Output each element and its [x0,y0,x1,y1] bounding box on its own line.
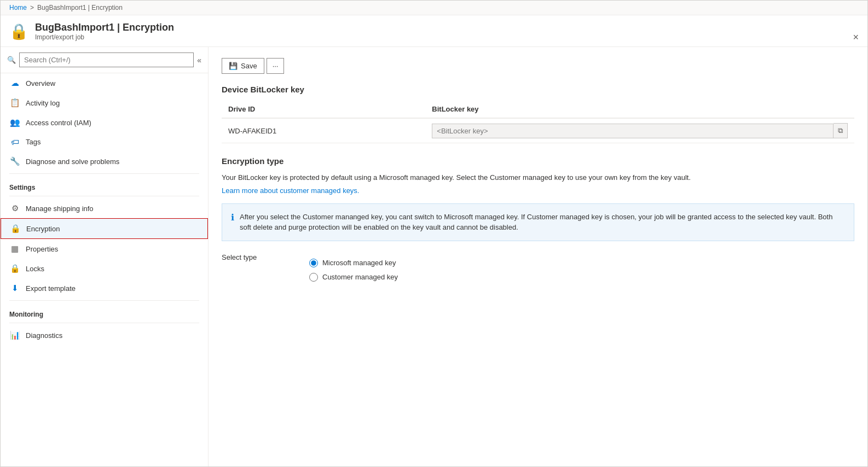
bitlocker-section-title: Device BitLocker key [222,85,854,94]
sidebar-item-label: Properties [26,245,58,253]
sidebar-item-diagnose[interactable]: 🔧 Diagnose and solve problems [1,151,208,171]
sidebar-item-label: Export template [26,284,76,293]
save-icon: 💾 [229,62,238,70]
bitlocker-key-input-wrapper: ⧉ [432,123,848,138]
page-subtitle: Import/export job [35,33,174,41]
manage-shipping-icon: ⚙ [9,203,20,213]
sidebar-item-overview[interactable]: ☁ Overview [1,73,208,93]
collapse-button[interactable]: « [197,56,201,65]
page-title: BugBashImport1 | Encryption [35,22,174,33]
sidebar-item-label: Overview [26,79,55,87]
sidebar-item-encryption[interactable]: 🔒 Encryption [1,218,208,239]
info-icon: ℹ [231,212,234,223]
close-button[interactable]: × [853,32,859,42]
sidebar-item-manage-shipping[interactable]: ⚙ Manage shipping info [1,199,208,218]
sidebar-item-activity-log[interactable]: 📋 Activity log [1,93,208,113]
divider-after-settings-label [9,196,199,196]
divider-monitoring [9,300,199,301]
customer-managed-label: Customer managed key [322,273,398,281]
more-button[interactable]: ··· [267,58,285,74]
breadcrumb-current: BugBashImport1 | Encryption [37,4,123,11]
sidebar-item-properties[interactable]: ▦ Properties [1,239,208,259]
properties-icon: ▦ [9,244,20,254]
divider-settings [9,173,199,174]
encryption-icon: 🔒 [10,224,21,234]
sidebar-item-label: Activity log [26,99,60,107]
drive-id-cell: WD-AFAKEID1 [222,118,425,143]
sidebar-item-label: Manage shipping info [26,205,94,213]
overview-icon: ☁ [9,78,20,88]
encryption-type-title: Encryption type [222,156,854,166]
learn-more-link[interactable]: Learn more about customer managed keys. [222,186,359,195]
page-header: 🔒 BugBashImport1 | Encryption Import/exp… [1,15,867,47]
sidebar-item-locks[interactable]: 🔒 Locks [1,259,208,278]
bitlocker-key-header: BitLocker key [425,101,854,118]
export-template-icon: ⬇ [9,283,20,293]
header-text: BugBashImport1 | Encryption Import/expor… [35,22,174,41]
sidebar-item-label: Locks [26,265,44,273]
select-type-label: Select type [222,252,265,261]
sidebar-item-tags[interactable]: 🏷 Tags [1,132,208,151]
sidebar-item-label: Encryption [26,225,60,233]
search-input[interactable] [19,52,194,67]
settings-section-label: Settings [1,176,208,194]
search-icon: 🔍 [7,56,16,64]
sidebar-item-label: Access control (IAM) [26,119,91,127]
bitlocker-key-field[interactable] [432,124,834,138]
locks-icon: 🔒 [9,264,20,273]
tags-icon: 🏷 [9,137,20,147]
breadcrumb-sep: > [30,4,34,11]
monitoring-section-label: Monitoring [1,303,208,320]
info-box-text: After you select the Customer mananged k… [240,212,845,233]
sidebar-item-label: Tags [26,138,40,146]
info-box: ℹ After you select the Customer mananged… [222,203,854,241]
access-control-icon: 👥 [9,118,20,127]
app-container: Home > BugBashImport1 | Encryption 🔒 Bug… [0,0,868,467]
sidebar-item-export-template[interactable]: ⬇ Export template [1,278,208,298]
content-area: 💾 Save ··· Device BitLocker key Drive ID… [209,47,867,466]
bitlocker-key-cell: ⧉ [425,118,854,143]
sidebar: 🔍 « ☁ Overview 📋 Activity log 👥 Access c… [1,47,209,466]
save-label: Save [241,62,257,70]
radio-option-customer: Customer managed key [309,273,398,282]
save-button[interactable]: 💾 Save [222,58,264,74]
radio-group: Microsoft managed key Customer managed k… [309,259,398,282]
breadcrumb: Home > BugBashImport1 | Encryption [1,1,867,15]
microsoft-managed-label: Microsoft managed key [322,259,396,267]
bitlocker-table: Drive ID BitLocker key WD-AFAKEID1 ⧉ [222,101,854,143]
customer-managed-radio[interactable] [309,273,318,282]
toolbar: 💾 Save ··· [222,58,854,74]
sidebar-item-diagnostics[interactable]: 📊 Diagnostics [1,325,208,345]
lock-icon: 🔒 [9,22,28,40]
radio-option-microsoft: Microsoft managed key [309,259,398,267]
search-box: 🔍 « [1,47,208,73]
encryption-type-desc: Your BitLocker key is protected by defau… [222,172,854,183]
breadcrumb-home[interactable]: Home [9,4,27,11]
table-row: WD-AFAKEID1 ⧉ [222,118,854,143]
main-layout: 🔍 « ☁ Overview 📋 Activity log 👥 Access c… [1,47,867,466]
activity-log-icon: 📋 [9,98,20,108]
sidebar-item-access-control[interactable]: 👥 Access control (IAM) [1,113,208,132]
divider-after-monitoring-label [9,323,199,323]
diagnostics-icon: 📊 [9,330,20,340]
select-type-row: Select type Microsoft managed key Custom… [222,252,854,282]
sidebar-item-label: Diagnose and solve problems [26,157,119,166]
sidebar-item-label: Diagnostics [26,331,62,340]
drive-id-header: Drive ID [222,101,425,118]
microsoft-managed-radio[interactable] [309,259,318,267]
diagnose-icon: 🔧 [9,156,20,166]
copy-button[interactable]: ⧉ [834,123,848,138]
